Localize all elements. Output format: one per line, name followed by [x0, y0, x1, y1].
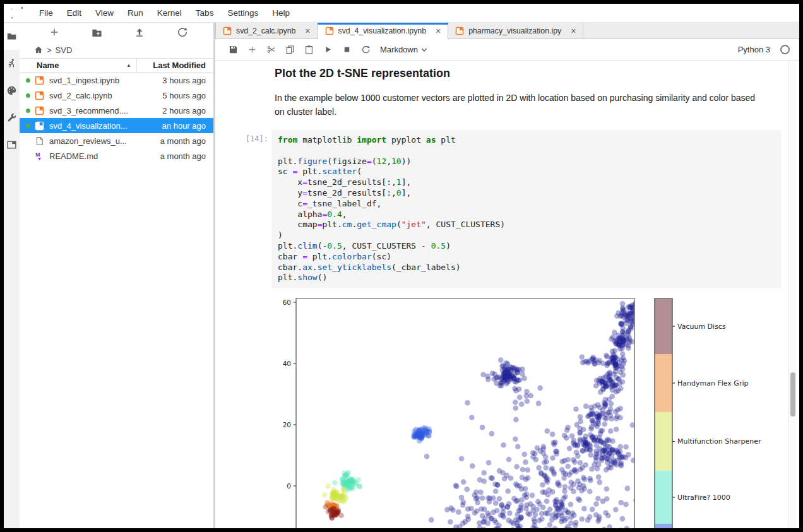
file-name: svd_3_recommend....	[49, 106, 162, 115]
tab-close-icon[interactable]: ×	[571, 27, 576, 35]
celltype-dropdown[interactable]: Markdown	[380, 45, 427, 54]
copy-cells-button[interactable]	[280, 41, 299, 59]
refresh-icon	[361, 45, 371, 54]
doc-tab[interactable]: pharmacy_visualization.ipy×	[448, 23, 583, 38]
tsne-scatter-plot: 0204060Vacuum DiscsHandyman Flex GripMul…	[276, 290, 787, 528]
stop-icon	[342, 45, 352, 54]
menu-item-view[interactable]: View	[88, 4, 121, 22]
code-line: from matplotlib import pyplot as plt	[278, 135, 775, 146]
paste-icon	[304, 45, 314, 54]
file-modified: 3 hours ago	[162, 76, 213, 85]
scrollbar[interactable]	[788, 61, 797, 528]
document-tabbar: svd_2_calc.ipynb×svd_4_visualization.ipy…	[215, 23, 799, 39]
code-cell-editor[interactable]: from matplotlib import pyplot as plt plt…	[271, 130, 781, 288]
markdown-paragraph: In the example below 1000 customer vecto…	[275, 91, 759, 119]
file-row[interactable]: MREADME.mda month ago	[20, 148, 213, 163]
upload-icon	[134, 27, 145, 37]
save-button[interactable]	[223, 41, 242, 59]
paste-cells-button[interactable]	[299, 41, 318, 59]
new-folder-icon	[92, 27, 102, 38]
running-dot	[26, 109, 30, 113]
menu-item-run[interactable]: Run	[121, 4, 150, 22]
code-line: cbar.ax.set_yticklabels(_cbar_labels)	[278, 263, 775, 273]
code-line: c=_tsne_label_df,	[278, 199, 775, 210]
kernel-status-indicator[interactable]	[780, 45, 790, 54]
file-name: svd_4_visualization...	[49, 121, 162, 131]
doc-tab[interactable]: svd_2_calc.ipynb×	[215, 23, 318, 38]
interrupt-kernel-button[interactable]	[337, 41, 356, 59]
svg-text:Multifunction Sharpener: Multifunction Sharpener	[677, 437, 761, 446]
svg-text:Vacuum Discs: Vacuum Discs	[677, 322, 726, 331]
file-modified: an hour ago	[162, 121, 213, 131]
sidebar-item-running-sessions[interactable]	[4, 50, 20, 77]
svg-text:0: 0	[287, 482, 291, 490]
breadcrumb: > SVD	[20, 42, 213, 58]
svg-text:20: 20	[283, 421, 291, 429]
file-row[interactable]: svd_3_recommend....2 hours ago	[20, 103, 213, 118]
code-line: y=tsne_2d_results[:,0],	[278, 188, 775, 199]
breadcrumb-separator: >	[47, 45, 52, 55]
sidebar-item-open-tabs[interactable]	[4, 131, 20, 158]
home-icon[interactable]	[34, 45, 43, 54]
file-listing: svd_1_ingest.ipynb3 hours agosvd_2_calc.…	[20, 73, 213, 163]
insert-cell-button[interactable]	[242, 41, 261, 59]
file-row[interactable]: amazon_reviews_u...a month ago	[20, 133, 213, 148]
kernel-name: Python 3	[738, 45, 770, 54]
folder-icon	[6, 31, 17, 42]
file-modified: 2 hours ago	[162, 106, 213, 115]
run-cell-button[interactable]	[318, 41, 337, 59]
file-row[interactable]: svd_1_ingest.ipynb3 hours ago	[20, 73, 213, 88]
files-header-row: Name ▲ Last Modified	[20, 58, 213, 73]
file-row[interactable]: svd_4_visualization...an hour ago	[20, 118, 213, 133]
tab-label: svd_2_calc.ipynb	[236, 27, 295, 35]
menu-item-file[interactable]: File	[32, 4, 60, 22]
doc-tab[interactable]: svd_4_visualization.ipynb×	[318, 23, 449, 39]
scrollbar-thumb[interactable]	[790, 372, 795, 417]
svg-text:M: M	[35, 151, 40, 158]
main-dock-panel: svd_2_calc.ipynb×svd_4_visualization.ipy…	[215, 23, 799, 528]
file-name: svd_1_ingest.ipynb	[49, 76, 162, 85]
notebook-toolbar: Markdown Python 3	[215, 39, 799, 61]
menu-item-help[interactable]: Help	[265, 4, 297, 22]
sidebar-item-command-palette[interactable]	[4, 77, 20, 104]
file-browser-panel: > SVD Name ▲ Last Modified svd_1_ingest.…	[20, 23, 213, 528]
refresh-button[interactable]	[175, 25, 189, 39]
new-folder-button[interactable]	[90, 25, 104, 39]
menu-item-kernel[interactable]: Kernel	[150, 4, 189, 22]
column-header-name[interactable]: Name ▲	[20, 61, 136, 70]
code-line: plt.show()	[278, 273, 775, 283]
cut-cells-button[interactable]	[261, 41, 280, 59]
file-row[interactable]: svd_2_calc.ipynb5 hours ago	[20, 88, 213, 103]
code-line: cmap=plt.cm.get_cmap("jet", CUST_CLUSTER…	[278, 220, 775, 230]
file-icon	[35, 136, 44, 146]
notebook-icon	[223, 27, 232, 35]
notebook-icon	[455, 27, 464, 35]
code-line: )	[278, 230, 775, 241]
notebook-icon	[35, 121, 44, 131]
sidebar-item-file-browser[interactable]	[4, 23, 20, 50]
file-name: README.md	[49, 151, 160, 161]
tab-close-icon[interactable]: ×	[305, 27, 310, 35]
breadcrumb-folder[interactable]: SVD	[56, 45, 73, 55]
column-header-last-modified[interactable]: Last Modified	[136, 59, 213, 73]
menu-item-tabs[interactable]: Tabs	[189, 4, 221, 22]
notebook-content: Plot the 2D t-SNE representation In the …	[215, 61, 799, 528]
code-line: cbar = plt.colorbar(sc)	[278, 252, 775, 263]
upload-button[interactable]	[133, 25, 146, 39]
menu-item-edit[interactable]: Edit	[60, 4, 88, 22]
notebook-icon	[35, 91, 44, 100]
sort-caret-icon: ▲	[126, 62, 131, 68]
code-line: alpha=0.4,	[278, 210, 775, 220]
new-launcher-button[interactable]	[47, 25, 61, 39]
plus-icon	[247, 45, 257, 54]
restart-kernel-button[interactable]	[356, 41, 375, 59]
code-line: plt.figure(figsize=(12,10))	[278, 157, 775, 167]
tab-label: svd_4_visualization.ipynb	[338, 27, 426, 35]
running-dot	[26, 78, 30, 83]
menu-item-settings[interactable]: Settings	[220, 4, 265, 22]
figure-output: 0204060Vacuum DiscsHandyman Flex GripMul…	[276, 290, 787, 528]
file-modified: 5 hours ago	[162, 91, 213, 100]
sidebar-item-property-inspector[interactable]	[4, 104, 20, 131]
execution-prompt: [14]:	[228, 134, 268, 143]
tab-close-icon[interactable]: ×	[436, 27, 441, 35]
